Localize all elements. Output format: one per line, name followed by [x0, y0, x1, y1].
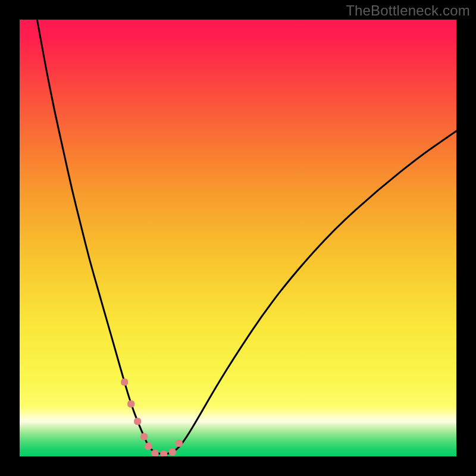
curve-marker — [127, 400, 134, 408]
chart-frame: TheBottleneck.com — [0, 0, 476, 476]
gradient-field — [20, 20, 456, 456]
svg-rect-4 — [456, 0, 476, 476]
curve-marker — [140, 433, 148, 440]
watermark: TheBottleneck.com — [346, 2, 470, 19]
curve-marker — [121, 378, 128, 386]
svg-rect-3 — [0, 0, 20, 476]
curve-marker — [176, 440, 183, 447]
svg-rect-2 — [0, 456, 476, 476]
curve-marker — [169, 449, 176, 456]
curve-marker — [152, 450, 159, 457]
curve-marker — [134, 418, 141, 425]
bottleneck-chart — [0, 0, 476, 476]
curve-marker — [145, 443, 152, 450]
